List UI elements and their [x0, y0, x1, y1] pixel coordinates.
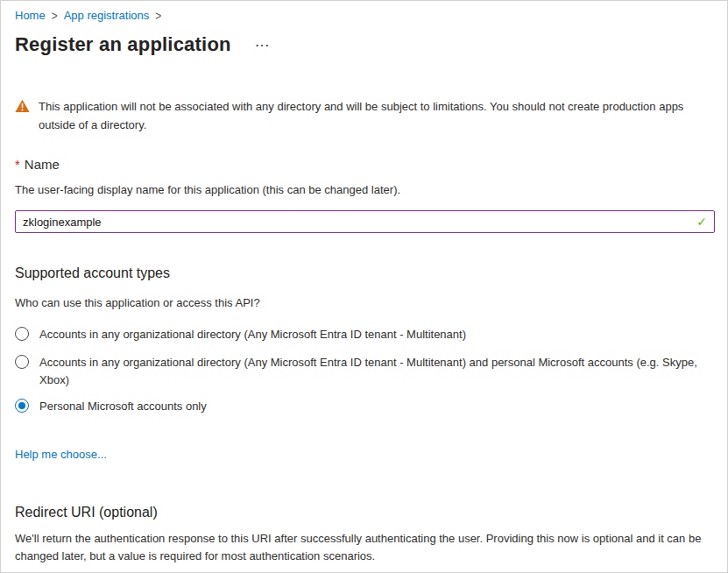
name-label-text: Name — [25, 157, 60, 172]
required-asterisk: * — [15, 157, 20, 172]
breadcrumb: Home > App registrations > — [15, 8, 713, 24]
account-type-radio-group: Accounts in any organizational directory… — [15, 326, 713, 415]
breadcrumb-home-link[interactable]: Home — [15, 8, 46, 24]
title-row: Register an application ... — [15, 33, 713, 56]
radio-label: Personal Microsoft accounts only — [39, 398, 207, 415]
more-options-icon[interactable]: ... — [256, 36, 271, 49]
radio-icon[interactable] — [15, 355, 29, 369]
radio-icon[interactable] — [15, 399, 29, 413]
radio-label: Accounts in any organizational directory… — [39, 354, 705, 389]
redirect-uri-heading: Redirect URI (optional) — [15, 505, 713, 520]
register-application-page: Home > App registrations > Register an a… — [1, 1, 727, 573]
chevron-right-icon: > — [155, 7, 161, 25]
account-types-question: Who can use this application or access t… — [15, 296, 713, 309]
account-type-option-2[interactable]: Personal Microsoft accounts only — [15, 398, 713, 415]
name-field-label: *Name — [15, 157, 713, 172]
warning-text: This application will not be associated … — [39, 97, 710, 134]
radio-label: Accounts in any organizational directory… — [39, 326, 466, 343]
supported-account-types-heading: Supported account types — [15, 265, 713, 281]
warning-triangle-icon — [15, 99, 30, 113]
warning-banner: This application will not be associated … — [15, 97, 713, 134]
redirect-uri-description: We'll return the authentication response… — [15, 530, 712, 565]
name-input[interactable] — [15, 210, 715, 233]
account-type-option-1[interactable]: Accounts in any organizational directory… — [15, 354, 713, 389]
chevron-right-icon: > — [52, 7, 58, 25]
radio-icon[interactable] — [15, 327, 29, 341]
name-field-description: The user-facing display name for this ap… — [15, 182, 713, 198]
breadcrumb-app-registrations-link[interactable]: App registrations — [64, 8, 150, 24]
help-me-choose-link[interactable]: Help me choose... — [15, 448, 107, 461]
name-input-wrap: ✓ — [15, 210, 715, 233]
account-type-option-0[interactable]: Accounts in any organizational directory… — [15, 326, 713, 343]
page-title: Register an application — [15, 33, 231, 56]
